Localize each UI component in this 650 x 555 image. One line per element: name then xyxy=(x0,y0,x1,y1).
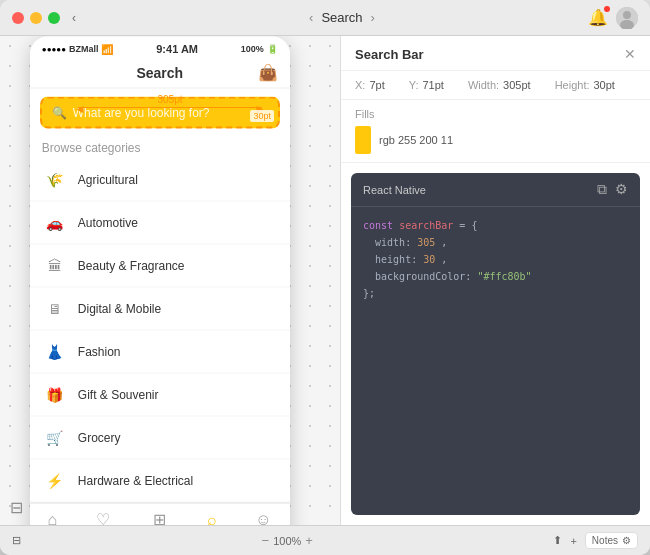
tab-wishlist[interactable]: ♡ Wish List xyxy=(87,510,119,525)
carrier-name: BZMall xyxy=(69,44,99,54)
traffic-lights xyxy=(12,12,60,24)
props-coordinates: X: 7pt Y: 71pt Width: 305pt Height: 30pt xyxy=(341,71,650,100)
notification-badge xyxy=(604,6,610,12)
notes-button[interactable]: Notes ⚙ xyxy=(585,532,638,549)
list-item[interactable]: 🏛 Beauty & Fragrance xyxy=(30,245,290,288)
heart-icon: ♡ xyxy=(96,510,110,525)
zoom-minus-button[interactable]: − xyxy=(262,533,270,548)
width-label: Width: xyxy=(468,79,499,91)
width-value: 305pt xyxy=(503,79,531,91)
titlebar-center: ‹ Search › xyxy=(96,10,588,25)
list-item[interactable]: 🌾 Agricultural xyxy=(30,159,290,202)
bag-icon[interactable]: 👜 xyxy=(258,63,278,82)
main-window: ‹ ‹ Search › 🔔 xyxy=(0,0,650,555)
automotive-icon: 🚗 xyxy=(44,212,66,234)
notes-gear-icon: ⚙ xyxy=(622,535,631,546)
bottom-tabbar: ⌂ Home ♡ Wish List ⊞ Scan QR ⌕ Search xyxy=(30,503,290,525)
zoom-controls: − 100% + xyxy=(262,533,313,548)
statusbar-left: ⊟ xyxy=(12,534,21,547)
back-nav[interactable]: ‹ xyxy=(72,11,80,25)
settings-icon[interactable]: ⚙ xyxy=(615,181,628,198)
category-name: Fashion xyxy=(78,345,121,359)
tab-account[interactable]: ☺ Account xyxy=(249,510,278,525)
category-name: Grocery xyxy=(78,431,121,445)
list-item[interactable]: 🛒 Grocery xyxy=(30,417,290,460)
phone-nav-title: Search xyxy=(136,64,183,80)
category-name: Gift & Souvenir xyxy=(78,388,159,402)
page-title: Search xyxy=(321,10,362,25)
search-icon: 🔍 xyxy=(52,106,67,120)
hardware-icon: ⚡ xyxy=(44,470,66,492)
carrier-info: ●●●●● BZMall 📶 xyxy=(42,43,114,54)
list-item[interactable]: 🚗 Automotive xyxy=(30,202,290,245)
code-panel: React Native ⧉ ⚙ const searchBar = { w xyxy=(351,173,640,515)
grocery-icon: 🛒 xyxy=(44,427,66,449)
close-button[interactable] xyxy=(12,12,24,24)
close-icon[interactable]: ✕ xyxy=(624,46,636,62)
fashion-icon: 👗 xyxy=(44,341,66,363)
minimize-button[interactable] xyxy=(30,12,42,24)
tab-search[interactable]: ⌕ Search xyxy=(200,510,225,525)
svg-point-1 xyxy=(623,11,631,19)
dimension-indicator: 305pt ◄ ► xyxy=(78,94,262,108)
height-label: Height: xyxy=(555,79,590,91)
notes-label: Notes xyxy=(592,535,618,546)
avatar[interactable] xyxy=(616,7,638,29)
category-name: Digital & Mobile xyxy=(78,302,161,316)
next-arrow-icon[interactable]: › xyxy=(371,10,375,25)
back-arrow-icon[interactable]: ‹ xyxy=(72,11,76,25)
beauty-icon: 🏛 xyxy=(44,255,66,277)
code-line-1: const searchBar = { xyxy=(363,217,628,234)
code-line-4: backgroundColor: "#ffc80b" xyxy=(363,268,628,285)
list-item[interactable]: 🖥 Digital & Mobile xyxy=(30,288,290,331)
list-item[interactable]: 👗 Fashion xyxy=(30,331,290,374)
code-language-label: React Native xyxy=(363,184,426,196)
category-name: Beauty & Fragrance xyxy=(78,259,185,273)
y-coord: Y: 71pt xyxy=(409,79,444,91)
tab-home[interactable]: ⌂ Home xyxy=(42,510,63,525)
bottom-statusbar: ⊟ − 100% + ⬆ + Notes ⚙ xyxy=(0,525,650,555)
list-item[interactable]: 🎁 Gift & Souvenir xyxy=(30,374,290,417)
props-panel-title: Search Bar xyxy=(355,47,424,62)
main-content: 305pt ◄ ► 30pt ●●●●● BZMall 📶 xyxy=(0,36,650,525)
code-line-3: height: 30 , xyxy=(363,251,628,268)
height-coord: Height: 30pt xyxy=(555,79,615,91)
account-icon: ☺ xyxy=(255,510,271,525)
x-label: X: xyxy=(355,79,365,91)
y-label: Y: xyxy=(409,79,419,91)
code-body: const searchBar = { width: 305 , height:… xyxy=(351,207,640,515)
phone-panel: 305pt ◄ ► 30pt ●●●●● BZMall 📶 xyxy=(0,36,340,525)
copy-icon[interactable]: ⧉ xyxy=(597,181,607,198)
prev-arrow-icon[interactable]: ‹ xyxy=(309,10,313,25)
layers-icon[interactable]: ⊟ xyxy=(10,498,23,517)
fills-section: Fills rgb 255 200 11 xyxy=(341,100,650,163)
category-list: 🌾 Agricultural 🚗 Automotive 🏛 Beauty & F… xyxy=(30,159,290,503)
add-icon[interactable]: + xyxy=(570,535,576,547)
home-icon: ⌂ xyxy=(48,510,58,525)
category-name: Hardware & Electrical xyxy=(78,474,193,488)
fills-label: Fills xyxy=(355,108,636,120)
status-time: 9:41 AM xyxy=(156,43,198,55)
fullscreen-button[interactable] xyxy=(48,12,60,24)
phone-statusbar: ●●●●● BZMall 📶 9:41 AM 100% 🔋 xyxy=(30,37,290,59)
props-header: Search Bar ✕ xyxy=(341,36,650,71)
width-coord: Width: 305pt xyxy=(468,79,531,91)
status-right: 100% 🔋 xyxy=(241,44,278,54)
notification-bell[interactable]: 🔔 xyxy=(588,8,608,27)
layers-bottom-icon[interactable]: ⊟ xyxy=(12,534,21,547)
properties-panel: Search Bar ✕ X: 7pt Y: 71pt Width: 305pt… xyxy=(340,36,650,525)
tab-scan[interactable]: ⊞ Scan QR xyxy=(143,510,175,525)
height-value: 30pt xyxy=(594,79,615,91)
category-name: Automotive xyxy=(78,216,138,230)
digital-icon: 🖥 xyxy=(44,298,66,320)
zoom-plus-button[interactable]: + xyxy=(305,533,313,548)
fill-color-swatch xyxy=(355,126,371,154)
dimension-label: 305pt xyxy=(157,94,182,105)
titlebar: ‹ ‹ Search › 🔔 xyxy=(0,0,650,36)
fill-color-value: rgb 255 200 11 xyxy=(379,134,453,146)
share-icon[interactable]: ⬆ xyxy=(553,534,562,547)
list-item[interactable]: ⚡ Hardware & Electrical xyxy=(30,460,290,503)
code-line-2: width: 305 , xyxy=(363,234,628,251)
code-actions: ⧉ ⚙ xyxy=(597,181,628,198)
search-tab-icon: ⌕ xyxy=(207,510,217,525)
